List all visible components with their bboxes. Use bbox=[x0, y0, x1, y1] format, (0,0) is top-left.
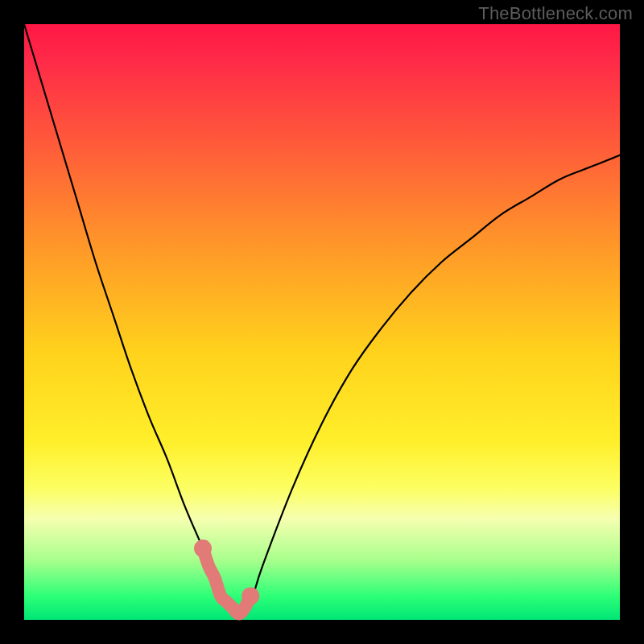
plot-background bbox=[24, 24, 620, 620]
chart-svg bbox=[0, 0, 644, 644]
watermark-text: TheBottleneck.com bbox=[478, 3, 633, 24]
highlight-end-dot bbox=[242, 587, 259, 605]
chart-container: TheBottleneck.com bbox=[0, 0, 644, 644]
highlight-start-dot bbox=[194, 539, 212, 557]
